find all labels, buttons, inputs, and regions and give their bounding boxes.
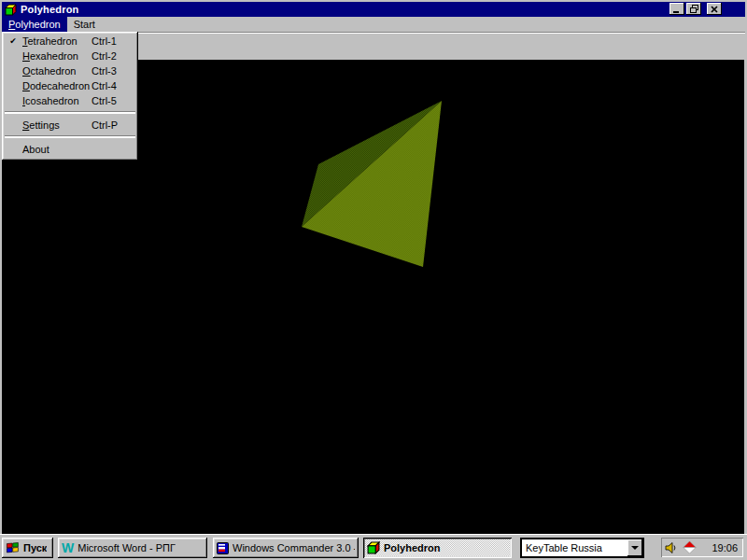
keyboard-layout-value: KeyTable Russia xyxy=(522,542,627,553)
restore-button[interactable] xyxy=(686,3,701,15)
menu-shortcut: Ctrl-2 xyxy=(92,50,136,62)
menu-item-dodecahedron[interactable]: Dodecahedron Ctrl-4 xyxy=(4,78,136,93)
minimize-icon xyxy=(672,4,682,14)
close-icon xyxy=(710,5,719,14)
menu-shortcut: Ctrl-1 xyxy=(92,35,136,47)
restore-icon xyxy=(689,4,699,14)
menu-separator xyxy=(5,135,135,138)
menubar-item-start[interactable]: Start xyxy=(67,17,102,32)
window-title: Polyhedron xyxy=(21,4,79,15)
taskbar: Пуск W Microsoft Word - РПГ Windows Comm… xyxy=(0,534,747,560)
task-button-word[interactable]: W Microsoft Word - РПГ xyxy=(58,538,207,558)
menubar-item-polyhedron[interactable]: Polyhedron xyxy=(2,17,67,32)
menu-shortcut: Ctrl-4 xyxy=(92,80,136,91)
windows-logo-icon xyxy=(6,541,20,554)
polyhedron-menu-popup: ✔ Tetrahedron Ctrl-1 Hexahedron Ctrl-2 O… xyxy=(2,32,138,161)
menu-item-icosahedron[interactable]: Icosahedron Ctrl-5 xyxy=(4,93,136,108)
task-button-windows-commander[interactable]: Windows Commander 3.0 -... xyxy=(213,538,359,558)
minimize-button[interactable] xyxy=(669,3,684,15)
menu-item-tetrahedron[interactable]: ✔ Tetrahedron Ctrl-1 xyxy=(4,34,136,49)
app-cube-icon[interactable] xyxy=(5,4,17,16)
volume-speaker-icon[interactable] xyxy=(665,542,678,553)
menu-shortcut: Ctrl-3 xyxy=(92,65,136,77)
desktop-screen: Polyhedron Polyhedron Start xyxy=(0,0,747,560)
windows-commander-icon xyxy=(217,542,229,554)
chevron-down-icon xyxy=(631,546,639,550)
polyhedron-cube-icon xyxy=(367,541,380,554)
keyboard-layout-combobox[interactable]: KeyTable Russia xyxy=(520,538,644,558)
close-button[interactable] xyxy=(707,3,722,15)
clock: 19:06 xyxy=(712,542,738,553)
start-button[interactable]: Пуск xyxy=(2,538,53,558)
checkmark-icon: ✔ xyxy=(4,36,22,46)
task-button-label: Windows Commander 3.0 -... xyxy=(233,542,355,553)
tray-diamond-icon[interactable] xyxy=(683,540,697,554)
menu-shortcut: Ctrl-P xyxy=(92,119,136,131)
task-button-label: Microsoft Word - РПГ xyxy=(78,542,176,553)
title-bar: Polyhedron xyxy=(2,2,745,17)
menu-bar: Polyhedron Start xyxy=(2,17,745,32)
menu-shortcut: Ctrl-5 xyxy=(92,95,136,106)
start-button-label: Пуск xyxy=(23,542,47,553)
menu-separator xyxy=(5,111,135,114)
menu-item-hexahedron[interactable]: Hexahedron Ctrl-2 xyxy=(4,49,136,63)
system-tray: 19:06 xyxy=(661,538,743,557)
menu-item-about[interactable]: About xyxy=(4,142,136,157)
combobox-dropdown-button[interactable] xyxy=(627,539,642,556)
task-button-polyhedron[interactable]: Polyhedron xyxy=(363,538,512,558)
menu-item-octahedron[interactable]: Octahedron Ctrl-3 xyxy=(4,63,136,78)
task-button-label: Polyhedron xyxy=(384,542,441,553)
menu-item-settings[interactable]: Settings Ctrl-P xyxy=(4,118,136,133)
